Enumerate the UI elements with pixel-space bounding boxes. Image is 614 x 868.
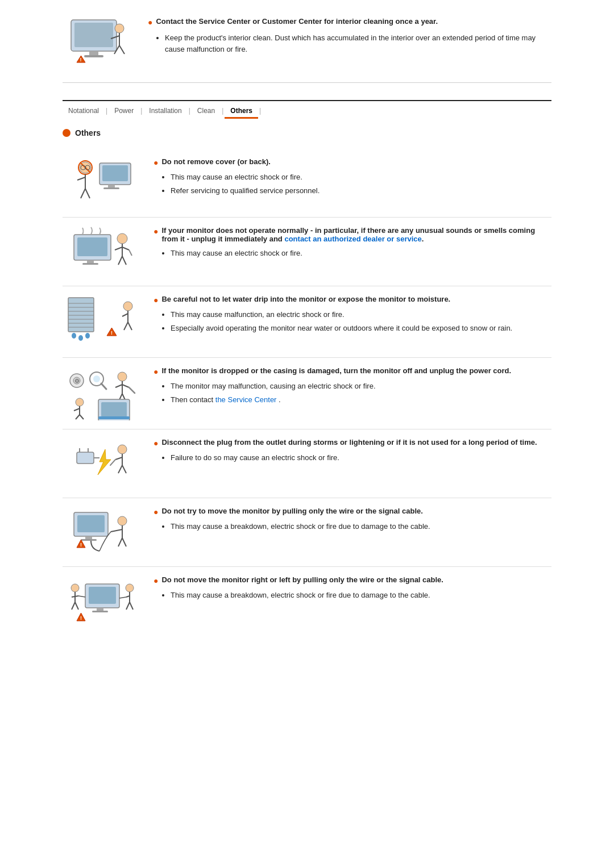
svg-point-92 (118, 516, 127, 525)
warning-bullets-6: This may cause a breakdown, electric sho… (165, 521, 551, 532)
svg-rect-2 (89, 51, 98, 56)
svg-rect-17 (103, 187, 119, 189)
orange-dot: ● (148, 18, 152, 27)
top-section-icon: ! (63, 17, 136, 71)
top-section: ! ● Contact the Service Center or Custom… (63, 17, 551, 83)
warning-text-3: Be careful not to let water drip into th… (161, 295, 450, 303)
warning-content-6: ● Do not try to move the monitor by pull… (154, 507, 551, 535)
warning-dot-6: ● (154, 507, 158, 516)
water-illustration: ! (65, 295, 139, 349)
authorized-dealer-link[interactable]: contact an authorized dealer or service (284, 235, 421, 243)
bullet-1-0: This may cause an electric shock or fire… (171, 172, 551, 183)
warning-text-2: If your monitor does not operate normall… (161, 226, 551, 243)
svg-line-20 (81, 189, 85, 198)
svg-line-84 (122, 465, 126, 473)
section-dot (63, 129, 70, 137)
warning-content-4: ● If the monitor is dropped or the casin… (154, 366, 551, 407)
svg-rect-1 (74, 23, 113, 47)
warning-text-4: If the monitor is dropped or the casing … (161, 366, 511, 375)
warning-item-4: ⚙ (63, 358, 551, 429)
monitor-problem-illustration (68, 226, 136, 277)
svg-line-31 (115, 247, 122, 250)
tab-others[interactable]: Others (225, 105, 258, 119)
svg-marker-79 (98, 449, 111, 475)
top-heading: ● Contact the Service Center or Customer… (148, 17, 551, 27)
svg-line-94 (111, 529, 122, 532)
svg-line-52 (124, 322, 128, 330)
warning-heading-6: ● Do not try to move the monitor by pull… (154, 507, 551, 516)
warning-bullets-3: This may cause malfunction, an electric … (165, 309, 551, 333)
svg-rect-26 (77, 237, 107, 256)
svg-rect-100 (92, 611, 108, 612)
svg-line-108 (75, 602, 78, 610)
warning-item-3: ! ● Be careful not to let water drip int… (63, 286, 551, 358)
svg-line-32 (122, 247, 129, 250)
svg-point-44 (72, 333, 76, 339)
warning-bullets-7: This may cause a breakdown, electric sho… (165, 590, 551, 601)
warning-heading-1: ● Do not remove cover (or back). (154, 157, 551, 167)
bullet-3-1: Especially avoid operating the monitor n… (171, 323, 551, 334)
warning-dot-7: ● (154, 576, 158, 585)
storm-illustration (68, 438, 136, 489)
warning-icon-4: ⚙ (63, 366, 142, 420)
svg-line-95 (118, 538, 122, 546)
warning-bullets-2: This may cause an electric shock or fire… (165, 248, 551, 259)
svg-line-85 (110, 460, 115, 465)
svg-line-69 (74, 408, 80, 411)
svg-rect-74 (98, 416, 130, 419)
svg-point-103 (71, 584, 79, 592)
no-cover-illustration (68, 157, 136, 208)
svg-point-29 (117, 233, 127, 244)
bullet-4-1: Then contact the Service Center . (171, 394, 551, 406)
warning-heading-4: ● If the monitor is dropped or the casin… (154, 366, 551, 376)
svg-rect-28 (82, 263, 98, 265)
tab-power[interactable]: Power (109, 105, 139, 117)
svg-line-105 (72, 596, 78, 597)
svg-point-4 (115, 24, 124, 33)
svg-line-62 (115, 385, 122, 387)
warning-dot-3: ● (154, 295, 158, 304)
warning-item-2: ● If your monitor does not operate norma… (63, 218, 551, 286)
warning-heading-5: ● Disconnect the plug from the outlet du… (154, 438, 551, 448)
svg-line-71 (80, 415, 84, 419)
svg-line-114 (130, 602, 133, 610)
nav-tabs: Notational | Power | Installation | Clea… (63, 100, 551, 117)
warning-content-2: ● If your monitor does not operate norma… (154, 226, 551, 261)
svg-line-34 (122, 256, 126, 265)
bullet-1-1: Refer servicing to qualified service per… (171, 185, 551, 197)
section-title: Others (75, 128, 101, 137)
tab-installation[interactable]: Installation (143, 105, 187, 117)
svg-rect-75 (77, 452, 94, 464)
svg-rect-73 (101, 402, 127, 417)
warning-icon-5 (63, 438, 142, 489)
svg-line-63 (122, 385, 129, 387)
move-sideways-illustration: ! (68, 575, 136, 629)
svg-line-112 (119, 597, 126, 598)
bullet-3-0: This may cause malfunction, an electric … (171, 309, 551, 320)
warning-dot-4: ● (154, 367, 158, 376)
tab-notational[interactable]: Notational (63, 105, 105, 117)
svg-text:!: ! (111, 330, 113, 336)
pulling-wire-illustration: ! (68, 507, 136, 558)
svg-text:⚙: ⚙ (74, 378, 80, 384)
warning-heading-2: ● If your monitor does not operate norma… (154, 226, 551, 243)
warning-text-1: Do not remove cover (or back). (161, 157, 270, 166)
svg-line-51 (122, 314, 128, 316)
tab-clean[interactable]: Clean (192, 105, 221, 117)
svg-point-46 (85, 333, 90, 339)
svg-text:!: ! (80, 57, 82, 62)
svg-point-49 (123, 302, 132, 311)
svg-rect-89 (81, 539, 97, 541)
svg-point-67 (76, 398, 84, 406)
warning-dot-5: ● (154, 439, 158, 448)
section-header: Others (63, 128, 551, 137)
svg-text:!: ! (80, 615, 82, 621)
warning-dot-1: ● (154, 158, 158, 167)
svg-line-83 (118, 465, 122, 473)
bullet-2-0: This may cause an electric shock or fire… (171, 248, 551, 259)
cleaning-illustration: ! (65, 17, 134, 71)
svg-text:!: ! (80, 542, 82, 548)
service-center-link[interactable]: the Service Center (215, 395, 277, 404)
warning-heading-7: ● Do not move the monitor right or left … (154, 575, 551, 585)
svg-line-35 (129, 250, 132, 256)
